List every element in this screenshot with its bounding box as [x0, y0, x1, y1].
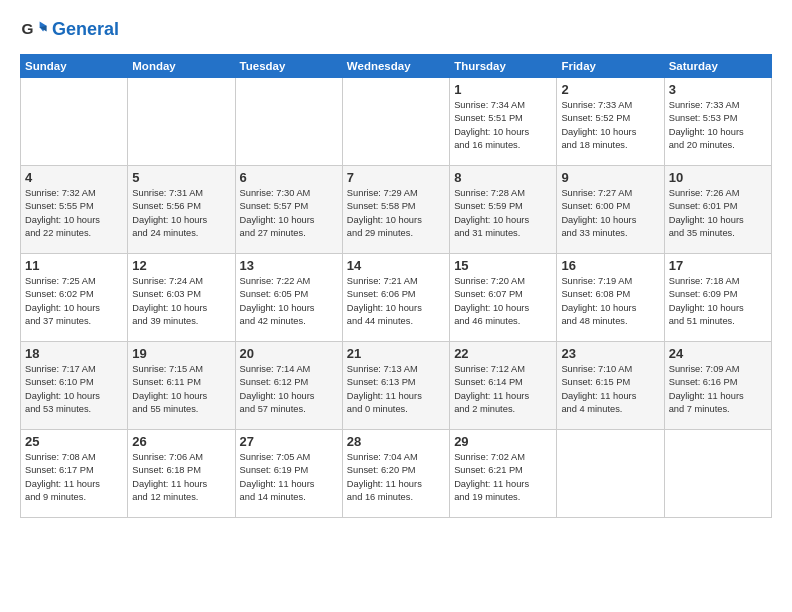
day-info: Sunrise: 7:32 AM Sunset: 5:55 PM Dayligh…: [25, 187, 123, 241]
calendar-cell: 27Sunrise: 7:05 AM Sunset: 6:19 PM Dayli…: [235, 430, 342, 518]
day-info: Sunrise: 7:19 AM Sunset: 6:08 PM Dayligh…: [561, 275, 659, 329]
day-info: Sunrise: 7:15 AM Sunset: 6:11 PM Dayligh…: [132, 363, 230, 417]
calendar-cell: 25Sunrise: 7:08 AM Sunset: 6:17 PM Dayli…: [21, 430, 128, 518]
calendar-cell: [342, 78, 449, 166]
calendar-cell: [128, 78, 235, 166]
calendar-cell: 10Sunrise: 7:26 AM Sunset: 6:01 PM Dayli…: [664, 166, 771, 254]
day-number: 10: [669, 170, 767, 185]
calendar-cell: 29Sunrise: 7:02 AM Sunset: 6:21 PM Dayli…: [450, 430, 557, 518]
day-number: 22: [454, 346, 552, 361]
calendar-cell: 23Sunrise: 7:10 AM Sunset: 6:15 PM Dayli…: [557, 342, 664, 430]
day-info: Sunrise: 7:27 AM Sunset: 6:00 PM Dayligh…: [561, 187, 659, 241]
day-info: Sunrise: 7:24 AM Sunset: 6:03 PM Dayligh…: [132, 275, 230, 329]
day-number: 28: [347, 434, 445, 449]
day-number: 9: [561, 170, 659, 185]
day-info: Sunrise: 7:30 AM Sunset: 5:57 PM Dayligh…: [240, 187, 338, 241]
calendar-cell: 1Sunrise: 7:34 AM Sunset: 5:51 PM Daylig…: [450, 78, 557, 166]
calendar-cell: 20Sunrise: 7:14 AM Sunset: 6:12 PM Dayli…: [235, 342, 342, 430]
day-info: Sunrise: 7:29 AM Sunset: 5:58 PM Dayligh…: [347, 187, 445, 241]
week-row-0: 1Sunrise: 7:34 AM Sunset: 5:51 PM Daylig…: [21, 78, 772, 166]
weekday-header-friday: Friday: [557, 55, 664, 78]
day-info: Sunrise: 7:26 AM Sunset: 6:01 PM Dayligh…: [669, 187, 767, 241]
logo: G GeneralBlue: [20, 16, 119, 44]
day-number: 21: [347, 346, 445, 361]
week-row-2: 11Sunrise: 7:25 AM Sunset: 6:02 PM Dayli…: [21, 254, 772, 342]
day-info: Sunrise: 7:34 AM Sunset: 5:51 PM Dayligh…: [454, 99, 552, 153]
calendar-cell: 7Sunrise: 7:29 AM Sunset: 5:58 PM Daylig…: [342, 166, 449, 254]
day-number: 3: [669, 82, 767, 97]
day-number: 16: [561, 258, 659, 273]
day-number: 2: [561, 82, 659, 97]
weekday-header-monday: Monday: [128, 55, 235, 78]
calendar-cell: 6Sunrise: 7:30 AM Sunset: 5:57 PM Daylig…: [235, 166, 342, 254]
calendar-cell: 19Sunrise: 7:15 AM Sunset: 6:11 PM Dayli…: [128, 342, 235, 430]
day-info: Sunrise: 7:21 AM Sunset: 6:06 PM Dayligh…: [347, 275, 445, 329]
day-info: Sunrise: 7:25 AM Sunset: 6:02 PM Dayligh…: [25, 275, 123, 329]
day-info: Sunrise: 7:05 AM Sunset: 6:19 PM Dayligh…: [240, 451, 338, 505]
day-number: 8: [454, 170, 552, 185]
day-info: Sunrise: 7:04 AM Sunset: 6:20 PM Dayligh…: [347, 451, 445, 505]
calendar-table: SundayMondayTuesdayWednesdayThursdayFrid…: [20, 54, 772, 518]
weekday-header-wednesday: Wednesday: [342, 55, 449, 78]
day-info: Sunrise: 7:18 AM Sunset: 6:09 PM Dayligh…: [669, 275, 767, 329]
calendar-cell: 26Sunrise: 7:06 AM Sunset: 6:18 PM Dayli…: [128, 430, 235, 518]
day-number: 15: [454, 258, 552, 273]
day-info: Sunrise: 7:20 AM Sunset: 6:07 PM Dayligh…: [454, 275, 552, 329]
calendar-cell: 8Sunrise: 7:28 AM Sunset: 5:59 PM Daylig…: [450, 166, 557, 254]
weekday-header-row: SundayMondayTuesdayWednesdayThursdayFrid…: [21, 55, 772, 78]
day-number: 1: [454, 82, 552, 97]
calendar-cell: 14Sunrise: 7:21 AM Sunset: 6:06 PM Dayli…: [342, 254, 449, 342]
calendar-cell: [235, 78, 342, 166]
day-number: 6: [240, 170, 338, 185]
day-info: Sunrise: 7:17 AM Sunset: 6:10 PM Dayligh…: [25, 363, 123, 417]
day-info: Sunrise: 7:33 AM Sunset: 5:53 PM Dayligh…: [669, 99, 767, 153]
calendar-cell: 15Sunrise: 7:20 AM Sunset: 6:07 PM Dayli…: [450, 254, 557, 342]
day-number: 5: [132, 170, 230, 185]
calendar-cell: 24Sunrise: 7:09 AM Sunset: 6:16 PM Dayli…: [664, 342, 771, 430]
day-number: 29: [454, 434, 552, 449]
week-row-1: 4Sunrise: 7:32 AM Sunset: 5:55 PM Daylig…: [21, 166, 772, 254]
day-number: 18: [25, 346, 123, 361]
calendar-cell: 2Sunrise: 7:33 AM Sunset: 5:52 PM Daylig…: [557, 78, 664, 166]
day-number: 7: [347, 170, 445, 185]
day-number: 23: [561, 346, 659, 361]
calendar-cell: 17Sunrise: 7:18 AM Sunset: 6:09 PM Dayli…: [664, 254, 771, 342]
calendar-cell: 22Sunrise: 7:12 AM Sunset: 6:14 PM Dayli…: [450, 342, 557, 430]
day-info: Sunrise: 7:06 AM Sunset: 6:18 PM Dayligh…: [132, 451, 230, 505]
calendar-cell: 28Sunrise: 7:04 AM Sunset: 6:20 PM Dayli…: [342, 430, 449, 518]
calendar-cell: 18Sunrise: 7:17 AM Sunset: 6:10 PM Dayli…: [21, 342, 128, 430]
calendar-cell: [557, 430, 664, 518]
day-number: 25: [25, 434, 123, 449]
day-info: Sunrise: 7:12 AM Sunset: 6:14 PM Dayligh…: [454, 363, 552, 417]
day-number: 11: [25, 258, 123, 273]
weekday-header-saturday: Saturday: [664, 55, 771, 78]
day-number: 19: [132, 346, 230, 361]
weekday-header-sunday: Sunday: [21, 55, 128, 78]
day-number: 26: [132, 434, 230, 449]
calendar-cell: 3Sunrise: 7:33 AM Sunset: 5:53 PM Daylig…: [664, 78, 771, 166]
page: G GeneralBlue SundayMondayTuesdayWednesd…: [0, 0, 792, 528]
day-number: 4: [25, 170, 123, 185]
day-info: Sunrise: 7:02 AM Sunset: 6:21 PM Dayligh…: [454, 451, 552, 505]
day-info: Sunrise: 7:22 AM Sunset: 6:05 PM Dayligh…: [240, 275, 338, 329]
day-info: Sunrise: 7:33 AM Sunset: 5:52 PM Dayligh…: [561, 99, 659, 153]
calendar-cell: [21, 78, 128, 166]
day-info: Sunrise: 7:09 AM Sunset: 6:16 PM Dayligh…: [669, 363, 767, 417]
weekday-header-tuesday: Tuesday: [235, 55, 342, 78]
day-info: Sunrise: 7:31 AM Sunset: 5:56 PM Dayligh…: [132, 187, 230, 241]
day-info: Sunrise: 7:14 AM Sunset: 6:12 PM Dayligh…: [240, 363, 338, 417]
day-info: Sunrise: 7:08 AM Sunset: 6:17 PM Dayligh…: [25, 451, 123, 505]
calendar-cell: 12Sunrise: 7:24 AM Sunset: 6:03 PM Dayli…: [128, 254, 235, 342]
day-number: 14: [347, 258, 445, 273]
calendar-cell: 11Sunrise: 7:25 AM Sunset: 6:02 PM Dayli…: [21, 254, 128, 342]
calendar-cell: 9Sunrise: 7:27 AM Sunset: 6:00 PM Daylig…: [557, 166, 664, 254]
weekday-header-thursday: Thursday: [450, 55, 557, 78]
day-number: 20: [240, 346, 338, 361]
svg-text:G: G: [21, 20, 33, 37]
calendar-cell: 5Sunrise: 7:31 AM Sunset: 5:56 PM Daylig…: [128, 166, 235, 254]
calendar-cell: 13Sunrise: 7:22 AM Sunset: 6:05 PM Dayli…: [235, 254, 342, 342]
logo-text: GeneralBlue: [52, 20, 119, 40]
day-number: 24: [669, 346, 767, 361]
header: G GeneralBlue: [20, 16, 772, 44]
week-row-4: 25Sunrise: 7:08 AM Sunset: 6:17 PM Dayli…: [21, 430, 772, 518]
